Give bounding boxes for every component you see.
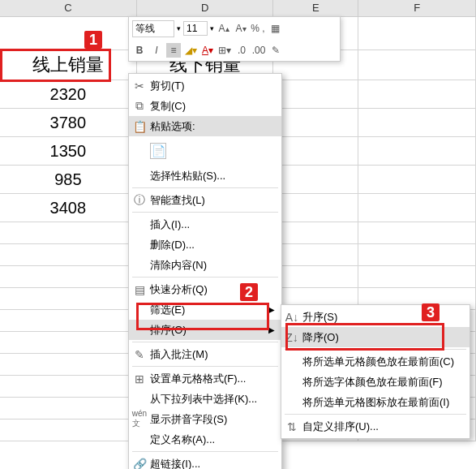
col-header-e[interactable]: E: [273, 0, 358, 16]
ctx-format-cells[interactable]: ⊞设置单元格格式(F)...: [129, 368, 281, 389]
ctx-insert-comment[interactable]: ✎插入批注(M): [129, 344, 281, 364]
bold-icon[interactable]: B: [132, 43, 147, 58]
lookup-icon: ⓘ: [132, 193, 147, 208]
ctx-define-name[interactable]: 定义名称(A)...: [129, 429, 281, 450]
font-color-icon[interactable]: A▾: [200, 43, 215, 58]
font-size-select[interactable]: 11: [183, 21, 208, 36]
fill-color-icon[interactable]: ◢▾: [183, 43, 198, 58]
increase-font-icon[interactable]: A▴: [217, 21, 231, 36]
ctx-smart-lookup[interactable]: ⓘ智能查找(L): [129, 190, 281, 210]
percent-icon[interactable]: % ,: [251, 21, 265, 36]
ctx-paste-options[interactable]: 📋粘贴选项:: [129, 116, 281, 136]
col-header-d[interactable]: D: [137, 0, 274, 16]
annotation-badge-1: 1: [84, 31, 102, 49]
ctx-show-pinyin[interactable]: wén文显示拼音字段(S): [129, 409, 281, 429]
paste-values-icon: 📄: [150, 143, 166, 159]
ctx-paste-value[interactable]: 📄: [129, 136, 281, 166]
cell-data[interactable]: 3780: [0, 109, 137, 136]
cell-data[interactable]: 985: [0, 166, 137, 193]
format-icon: ⊞: [132, 372, 147, 386]
borders-icon[interactable]: ⊞▾: [217, 43, 232, 58]
mini-toolbar: 等线▾ 11▾ A▴ A▾ % , ▦ B I ≡ ◢▾ A▾ ⊞▾ .0 .0…: [128, 16, 341, 62]
cell-data[interactable]: 1350: [0, 137, 137, 165]
format-table-icon[interactable]: ▦: [268, 21, 282, 36]
col-header-f[interactable]: F: [358, 0, 476, 16]
ctx-clear[interactable]: 清除内容(N): [129, 255, 281, 275]
annotation-badge-3: 3: [422, 303, 440, 321]
format-painter-icon[interactable]: ✎: [268, 43, 283, 58]
chevron-right-icon: ▶: [268, 305, 275, 314]
sub-cell-color[interactable]: 将所选单元格颜色放在最前面(C): [281, 351, 470, 372]
custom-sort-icon: ⇅: [285, 420, 299, 434]
decrease-decimal-icon[interactable]: .00: [251, 43, 266, 58]
ctx-hyperlink[interactable]: 🔗超链接(I)...: [129, 454, 281, 469]
col-header-c[interactable]: C: [0, 0, 137, 16]
italic-icon[interactable]: I: [149, 43, 164, 58]
sort-asc-icon: A↓: [285, 310, 299, 325]
cut-icon: ✂: [132, 79, 147, 93]
ctx-paste-special[interactable]: 选择性粘贴(S)...: [129, 166, 281, 186]
ctx-quick-analysis[interactable]: ▤快速分析(Q): [129, 279, 281, 299]
chevron-right-icon: ▶: [268, 325, 275, 334]
font-name-select[interactable]: 等线: [132, 20, 174, 37]
paste-icon: 📋: [132, 119, 147, 134]
align-center-icon[interactable]: ≡: [166, 43, 181, 58]
context-menu: ✂剪切(T) ⧉复制(C) 📋粘贴选项: 📄 选择性粘贴(S)... ⓘ智能查找…: [128, 73, 282, 469]
ctx-pick-from-list[interactable]: 从下拉列表中选择(K)...: [129, 389, 281, 409]
sub-font-color[interactable]: 将所选字体颜色放在最前面(F): [281, 372, 470, 392]
ctx-delete[interactable]: 删除(D)...: [129, 234, 281, 255]
decrease-font-icon[interactable]: A▾: [234, 21, 248, 36]
ctx-cut[interactable]: ✂剪切(T): [129, 75, 281, 96]
comment-icon: ✎: [132, 347, 147, 362]
pinyin-icon: wén文: [132, 412, 147, 427]
highlight-box-2: [136, 303, 269, 330]
selection-highlight: [0, 49, 111, 82]
sub-cell-icon[interactable]: 将所选单元格图标放在最前面(I): [281, 392, 470, 412]
cell-data[interactable]: 3408: [0, 194, 137, 222]
increase-decimal-icon[interactable]: .0: [234, 43, 249, 58]
copy-icon: ⧉: [132, 99, 147, 114]
analysis-icon: ▤: [132, 282, 147, 297]
cell-data[interactable]: 2320: [0, 80, 137, 108]
ctx-copy[interactable]: ⧉复制(C): [129, 96, 281, 116]
ctx-insert[interactable]: 插入(I)...: [129, 214, 281, 234]
annotation-badge-2: 2: [240, 283, 258, 301]
highlight-box-3: [285, 323, 444, 351]
sub-custom[interactable]: ⇅自定义排序(U)...: [281, 416, 470, 437]
link-icon: 🔗: [132, 457, 147, 470]
